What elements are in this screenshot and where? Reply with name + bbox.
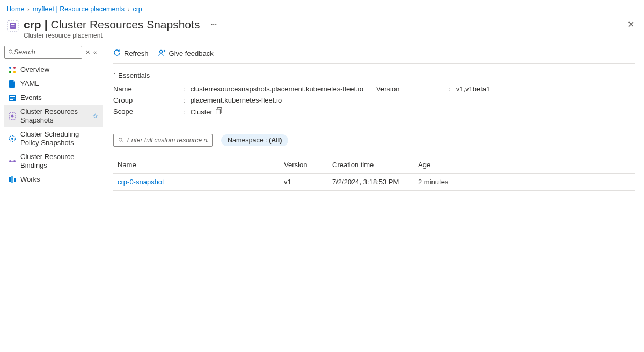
search-icon bbox=[118, 137, 124, 143]
sidebar-item-cluster-scheduling-policy-snapshots[interactable]: Cluster Scheduling Policy Snapshots bbox=[4, 127, 103, 150]
essentials-name-value: clusterresourcesnapshots.placement.kuber… bbox=[191, 85, 363, 93]
essentials-toggle[interactable]: ˄ Essentials bbox=[113, 71, 635, 80]
sidebar-item-label: Cluster Resource Bindings bbox=[20, 153, 98, 170]
sidebar-item-works[interactable]: Works bbox=[4, 173, 103, 186]
svg-line-28 bbox=[122, 141, 123, 142]
svg-rect-11 bbox=[10, 96, 15, 97]
refresh-label: Refresh bbox=[124, 49, 149, 58]
bindings-icon bbox=[9, 157, 16, 165]
feedback-button[interactable]: Give feedback bbox=[158, 49, 214, 58]
more-icon[interactable]: ··· bbox=[210, 20, 217, 29]
chevron-up-icon: ˄ bbox=[113, 73, 116, 78]
snapshot-icon bbox=[9, 112, 16, 120]
sidebar-item-yaml[interactable]: YAML bbox=[4, 77, 103, 91]
sidebar-item-overview[interactable]: Overview bbox=[4, 63, 103, 77]
svg-rect-21 bbox=[9, 177, 11, 182]
svg-rect-26 bbox=[216, 109, 220, 114]
svg-line-5 bbox=[12, 53, 13, 54]
svg-rect-2 bbox=[11, 24, 15, 25]
essentials-version-value: v1,v1beta1 bbox=[456, 85, 491, 93]
sidebar-search[interactable] bbox=[4, 46, 82, 59]
breadcrumb-home[interactable]: Home bbox=[6, 5, 24, 13]
svg-rect-22 bbox=[11, 176, 13, 183]
cell-creation: 7/2/2024, 3:18:53 PM bbox=[328, 174, 414, 191]
pill-label: Namespace : bbox=[228, 137, 269, 144]
svg-rect-3 bbox=[11, 26, 15, 26]
svg-point-8 bbox=[9, 71, 11, 73]
collapse-icon[interactable]: « bbox=[93, 49, 95, 55]
works-icon bbox=[9, 176, 16, 183]
breadcrumb-parent[interactable]: myfleet | Resource placements bbox=[33, 5, 125, 13]
namespace-filter-pill[interactable]: Namespace : (All) bbox=[221, 134, 288, 146]
resource-link[interactable]: crp-0-snapshot bbox=[118, 178, 164, 186]
sidebar-item-events[interactable]: Events bbox=[4, 91, 103, 105]
overview-icon bbox=[9, 66, 16, 74]
svg-point-15 bbox=[11, 115, 14, 118]
table-row[interactable]: crp-0-snapshot v1 7/2/2024, 3:18:53 PM 2… bbox=[113, 174, 635, 191]
essentials-label: Essentials bbox=[118, 71, 150, 80]
sidebar-item-label: Events bbox=[20, 94, 98, 102]
breadcrumb: Home › myfleet | Resource placements › c… bbox=[0, 0, 644, 17]
essentials-group-value: placement.kubernetes-fleet.io bbox=[191, 96, 282, 104]
pin-icon[interactable]: ✕ bbox=[85, 49, 90, 56]
resources-table: Name Version Creation time Age crp-0-sna… bbox=[113, 156, 635, 191]
svg-point-4 bbox=[9, 50, 12, 53]
feedback-label: Give feedback bbox=[169, 49, 214, 58]
resource-name-filter[interactable] bbox=[113, 134, 213, 147]
page-header: crp | Cluster Resources Snapshots ··· Cl… bbox=[0, 17, 644, 44]
search-icon bbox=[8, 49, 14, 55]
events-icon bbox=[9, 94, 16, 102]
page-subtitle: Cluster resource placement bbox=[24, 32, 638, 39]
file-icon bbox=[9, 80, 16, 88]
sidebar-item-label: Cluster Scheduling Policy Snapshots bbox=[20, 130, 98, 147]
close-icon[interactable]: ✕ bbox=[627, 19, 634, 30]
page-title: crp | Cluster Resources Snapshots ··· bbox=[24, 18, 638, 31]
svg-rect-12 bbox=[10, 98, 15, 98]
svg-rect-13 bbox=[10, 99, 13, 100]
cell-version: v1 bbox=[280, 174, 328, 191]
resource-name-input[interactable] bbox=[127, 137, 208, 144]
svg-point-24 bbox=[159, 51, 162, 53]
svg-rect-23 bbox=[14, 178, 16, 182]
pill-value: (All) bbox=[269, 137, 282, 144]
essentials-scope-value: Cluster bbox=[191, 108, 213, 116]
policy-icon bbox=[9, 135, 16, 142]
svg-point-17 bbox=[11, 138, 13, 140]
svg-point-6 bbox=[9, 67, 11, 69]
sidebar-item-label: YAML bbox=[20, 80, 98, 88]
chevron-right-icon: › bbox=[128, 6, 129, 12]
essentials-version-label: Version bbox=[376, 85, 449, 93]
col-name[interactable]: Name bbox=[113, 156, 280, 174]
col-version[interactable]: Version bbox=[280, 156, 328, 174]
sidebar-item-cluster-resources-snapshots[interactable]: Cluster Resources Snapshots ☆ bbox=[4, 105, 103, 127]
refresh-button[interactable]: Refresh bbox=[113, 49, 149, 58]
title-separator: | bbox=[45, 18, 48, 31]
essentials-section: ˄ Essentials Name Group Scope :clusterre… bbox=[113, 64, 635, 123]
search-input[interactable] bbox=[14, 48, 78, 56]
svg-point-18 bbox=[9, 160, 11, 162]
essentials-scope-label: Scope bbox=[113, 107, 183, 116]
title-prefix: crp bbox=[24, 18, 41, 31]
feedback-icon bbox=[158, 49, 166, 58]
chevron-right-icon: › bbox=[27, 6, 29, 12]
sidebar-item-cluster-resource-bindings[interactable]: Cluster Resource Bindings bbox=[4, 150, 103, 173]
essentials-name-label: Name bbox=[113, 85, 183, 93]
sidebar-item-label: Cluster Resources Snapshots bbox=[20, 107, 88, 125]
breadcrumb-current[interactable]: crp bbox=[133, 5, 142, 13]
toolbar: Refresh Give feedback bbox=[113, 44, 635, 64]
sidebar: ✕ « Overview YAML Events Cluster Reso bbox=[0, 44, 105, 352]
cell-age: 2 minutes bbox=[414, 174, 635, 191]
essentials-group-label: Group bbox=[113, 96, 183, 104]
title-suffix: Cluster Resources Snapshots bbox=[51, 18, 200, 31]
col-creation[interactable]: Creation time bbox=[328, 156, 414, 174]
col-age[interactable]: Age bbox=[414, 156, 635, 174]
filter-row: Namespace : (All) bbox=[113, 123, 635, 156]
sidebar-item-label: Works bbox=[20, 175, 98, 184]
sidebar-item-label: Overview bbox=[20, 66, 98, 74]
star-icon[interactable]: ☆ bbox=[92, 112, 98, 120]
copy-icon[interactable] bbox=[216, 107, 222, 116]
refresh-icon bbox=[113, 49, 121, 58]
svg-point-27 bbox=[119, 138, 122, 141]
svg-point-9 bbox=[13, 71, 16, 73]
svg-point-7 bbox=[13, 67, 16, 69]
